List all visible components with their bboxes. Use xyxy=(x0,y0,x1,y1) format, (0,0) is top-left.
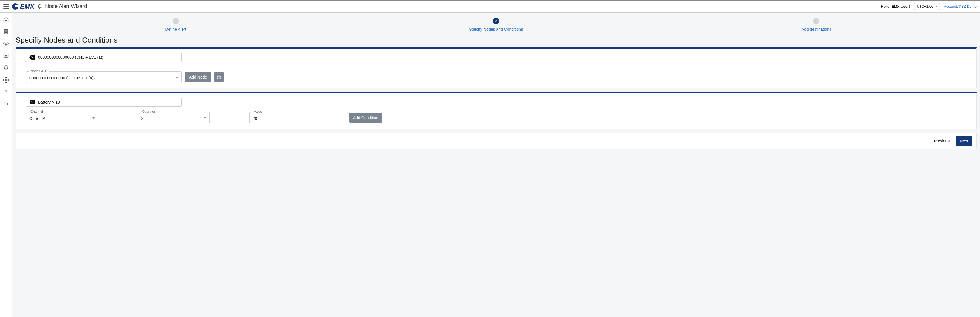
step-connector xyxy=(500,21,814,21)
brand-logo-mark xyxy=(12,3,18,10)
step-label: Specify Nodes and Conditions xyxy=(336,27,656,32)
timezone-value: UTC+1:00 xyxy=(917,5,933,9)
nodes-card: ✕ 0000000000000000 (DH1-R1C1 (a)) Node G… xyxy=(16,48,977,88)
eye-icon[interactable] xyxy=(3,41,9,46)
greeting: Hello, EMX User! xyxy=(881,4,910,9)
menu-toggle-icon[interactable] xyxy=(3,4,9,9)
top-bar: EMX Node Alert Wizard Hello, EMX User! U… xyxy=(0,0,980,13)
step-connector xyxy=(178,21,493,21)
step-number: 3 xyxy=(813,18,819,24)
operator-select[interactable]: Operator > xyxy=(138,112,210,123)
building-icon[interactable] xyxy=(3,29,9,35)
step-specify-nodes[interactable]: 2 Specify Nodes and Conditions xyxy=(336,18,656,32)
channel-select[interactable]: Channel CurrentA xyxy=(26,112,98,123)
field-label: Operator xyxy=(141,110,156,113)
field-label: Channel xyxy=(29,110,44,113)
value-field[interactable] xyxy=(253,116,341,121)
brand-logo[interactable]: EMX xyxy=(12,3,34,10)
field-value: 0000000000000000 (DH1-R1C1 (a)) xyxy=(29,76,95,80)
main-content: 1 Define Alert 2 Specify Nodes and Condi… xyxy=(12,13,980,317)
wizard-stepper: 1 Define Alert 2 Specify Nodes and Condi… xyxy=(16,18,977,32)
node-guid-select[interactable]: Node GUID 0000000000000000 (DH1-R1C1 (a)… xyxy=(26,71,181,83)
add-condition-button[interactable]: Add Condition xyxy=(349,113,382,123)
svg-rect-6 xyxy=(217,76,221,78)
value-input[interactable]: Value xyxy=(250,112,344,123)
remove-chip-icon[interactable]: ✕ xyxy=(29,55,35,59)
field-label: Node GUID xyxy=(29,69,49,73)
field-value: CurrentA xyxy=(29,116,45,121)
account-link[interactable]: Account: XYZ Demo xyxy=(944,5,977,9)
svg-rect-0 xyxy=(4,30,8,34)
brand-logo-text: EMX xyxy=(20,3,34,10)
selected-condition-chip: ✕ Battery > 10 xyxy=(26,97,181,107)
step-add-destinations[interactable]: 3 Add destinations xyxy=(656,18,977,32)
svg-point-3 xyxy=(5,55,6,56)
greeting-prefix: Hello, xyxy=(881,4,892,9)
field-label: Value xyxy=(253,110,263,113)
step-label: Define Alert xyxy=(16,27,336,32)
conditions-card: ✕ Battery > 10 Channel CurrentA Operator… xyxy=(16,92,977,129)
dashboard-icon[interactable] xyxy=(3,53,9,59)
home-icon[interactable] xyxy=(3,17,9,22)
chip-text: 0000000000000000 (DH1-R1C1 (a)) xyxy=(38,55,103,59)
step-number: 1 xyxy=(173,18,179,24)
node-picker-button[interactable] xyxy=(214,72,224,82)
step-label: Add destinations xyxy=(656,27,977,32)
next-button[interactable]: Next xyxy=(956,136,972,146)
svg-point-4 xyxy=(5,80,6,81)
separator xyxy=(26,66,966,66)
step-define-alert[interactable]: 1 Define Alert xyxy=(16,18,336,32)
bell-icon xyxy=(37,4,42,9)
timezone-select[interactable]: UTC+1:00 xyxy=(914,3,940,10)
help-icon[interactable] xyxy=(3,89,9,95)
chip-text: Battery > 10 xyxy=(38,100,60,104)
wizard-actions: Previous Next xyxy=(16,133,977,149)
greeting-user: EMX User! xyxy=(891,4,910,9)
svg-point-5 xyxy=(6,93,6,94)
svg-rect-2 xyxy=(4,54,8,57)
left-nav xyxy=(0,13,12,317)
alerts-icon[interactable] xyxy=(3,65,9,71)
page-title: Node Alert Wizard xyxy=(45,3,87,10)
selected-node-chip: ✕ 0000000000000000 (DH1-R1C1 (a)) xyxy=(26,53,181,62)
previous-button[interactable]: Previous xyxy=(930,136,953,146)
add-node-button[interactable]: Add Node xyxy=(185,72,211,82)
section-heading: Specifiy Nodes and Conditions xyxy=(16,36,977,45)
svg-point-1 xyxy=(5,43,6,45)
field-value: > xyxy=(141,116,143,121)
settings-icon[interactable] xyxy=(3,77,9,83)
remove-chip-icon[interactable]: ✕ xyxy=(29,100,35,104)
step-number: 2 xyxy=(493,18,499,24)
logout-icon[interactable] xyxy=(3,101,9,107)
